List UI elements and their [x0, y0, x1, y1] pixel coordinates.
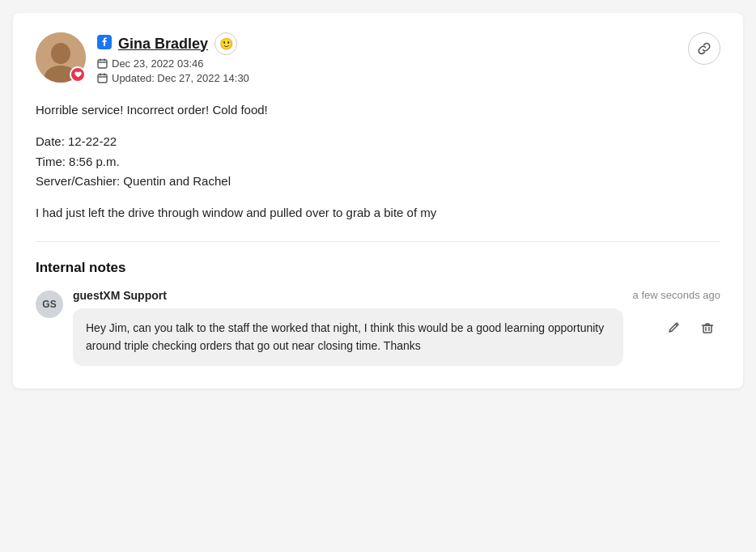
note-content: guestXM Support a few seconds ago Hey Ji… — [73, 289, 720, 366]
calendar-icon — [97, 58, 108, 69]
post-date: Dec 23, 2022 03:46 — [97, 57, 249, 70]
review-body: Horrible service! Incorrect order! Cold … — [36, 100, 720, 223]
review-date-line: Date: 12-22-22 — [36, 134, 117, 148]
divider — [36, 241, 720, 242]
edit-note-button[interactable] — [660, 315, 686, 341]
note-actions — [660, 315, 720, 341]
reviewer-meta: Gina Bradley 🙂 Dec 23, 2022 03:46 — [97, 32, 249, 84]
review-header: Gina Bradley 🙂 Dec 23, 2022 03:46 — [36, 32, 720, 84]
review-time-line: Time: 8:56 p.m. — [36, 155, 120, 168]
note-meta-row: guestXM Support a few seconds ago — [73, 289, 720, 302]
updated-date: Updated: Dec 27, 2022 14:30 — [97, 72, 249, 84]
calendar-updated-icon — [97, 73, 108, 83]
name-row: Gina Bradley 🙂 — [97, 32, 249, 55]
note-entry: GS guestXM Support a few seconds ago Hey… — [36, 289, 720, 366]
post-date-text: Dec 23, 2022 03:46 — [112, 57, 203, 70]
emoji-icon: 🙂 — [219, 37, 233, 50]
review-server-line: Server/Cashier: Quentin and Rachel — [36, 174, 231, 188]
internal-notes-section: Internal notes GS guestXM Support a few … — [36, 260, 720, 366]
review-body-text: I had just left the drive through window… — [36, 203, 720, 223]
review-headline: Horrible service! Incorrect order! Cold … — [36, 100, 720, 121]
note-author-avatar: GS — [36, 291, 63, 318]
reviewer-name[interactable]: Gina Bradley — [118, 36, 208, 53]
svg-rect-12 — [703, 325, 711, 333]
avatar-wrap — [36, 32, 86, 83]
review-details: Date: 12-22-22 Time: 8:56 p.m. Server/Ca… — [36, 132, 720, 192]
updated-date-text: Updated: Dec 27, 2022 14:30 — [112, 72, 249, 84]
note-timestamp: a few seconds ago — [633, 289, 720, 301]
note-bubble: Hey Jim, can you talk to the staff the w… — [73, 308, 623, 366]
trash-icon — [700, 321, 715, 335]
internal-notes-title: Internal notes — [36, 260, 720, 276]
note-row-bottom: Hey Jim, can you talk to the staff the w… — [73, 308, 720, 366]
svg-point-1 — [51, 43, 70, 64]
edit-icon — [666, 321, 681, 335]
link-button[interactable] — [688, 32, 720, 65]
emoji-button[interactable]: 🙂 — [214, 32, 237, 55]
note-author-name: guestXM Support — [73, 289, 167, 302]
health-badge — [70, 66, 86, 83]
review-card: Gina Bradley 🙂 Dec 23, 2022 03:46 — [13, 13, 743, 389]
svg-rect-8 — [98, 74, 107, 83]
svg-rect-4 — [98, 60, 107, 68]
facebook-icon — [97, 35, 112, 53]
note-author-initials: GS — [42, 299, 56, 310]
reviewer-info: Gina Bradley 🙂 Dec 23, 2022 03:46 — [36, 32, 249, 84]
link-icon — [697, 41, 711, 56]
delete-note-button[interactable] — [694, 315, 720, 341]
